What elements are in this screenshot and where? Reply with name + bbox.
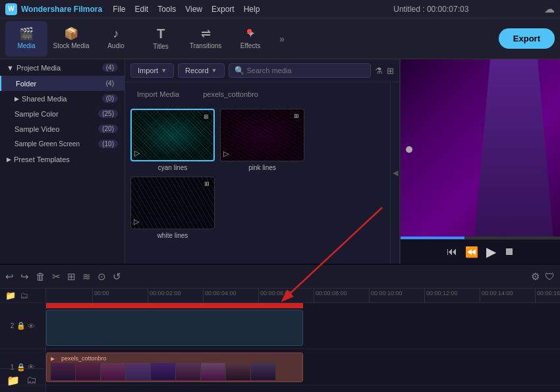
cut-button[interactable]: ✂: [52, 271, 61, 283]
folder-label: Folder: [16, 80, 102, 88]
menu-tools[interactable]: Tools: [157, 5, 176, 14]
track-row-2[interactable]: [46, 303, 560, 349]
media-label: Media: [17, 42, 35, 49]
tool-media[interactable]: 🎬 Media: [5, 21, 47, 57]
add-media-icon[interactable]: 📁: [5, 291, 16, 300]
sidebar-sample-color[interactable]: Sample Color (25): [0, 106, 125, 121]
collapse-panel-button[interactable]: ◀: [390, 82, 399, 264]
thumb-white-corner-icon: ⊞: [202, 180, 211, 188]
timeline-toolbar: ↩ ↪ 🗑 ✂ ⊞ ≋ ⊙ ↺ ⚙ 🛡: [0, 265, 560, 289]
cloud-icon: ☁: [544, 3, 555, 15]
tool-stock-media[interactable]: 📦 Stock Media: [50, 21, 92, 57]
frame-back-button[interactable]: ⏪: [465, 246, 478, 258]
titles-icon: T: [157, 27, 165, 40]
import-button[interactable]: Import ▼: [130, 63, 174, 78]
transitions-icon: ⇌: [201, 28, 211, 40]
ruler-marks: 00:00 00:00:02:00 00:00:04:00 00:00:06:0…: [92, 289, 560, 302]
undo-button[interactable]: ↩: [5, 271, 14, 283]
tool-transitions[interactable]: ⇌ Transitions: [184, 21, 227, 57]
search-input[interactable]: [247, 67, 366, 74]
search-box: 🔍: [229, 63, 372, 78]
export-button[interactable]: Export: [499, 28, 555, 49]
source-import-media[interactable]: Import Media: [130, 88, 186, 101]
media-sources: Import Media pexels_cottonbro: [130, 88, 385, 103]
tool-titles[interactable]: T Titles: [140, 21, 182, 57]
menu-view[interactable]: View: [185, 5, 202, 14]
sidebar-sample-green-screen[interactable]: Sample Green Screen (10): [0, 136, 125, 152]
thumb-pink-label: pink lines: [220, 164, 304, 171]
tool-audio[interactable]: ♪ Audio: [95, 21, 137, 57]
thumb-pink-img: ⊞ ▷: [220, 109, 304, 161]
sidebar-sample-color-count: (25): [98, 109, 118, 118]
settings-button[interactable]: ⚙: [531, 271, 540, 283]
split-button[interactable]: ⊞: [67, 271, 76, 283]
ruler-mark-5: 00:00:10:00: [369, 289, 424, 302]
thumb-white-lines[interactable]: ⊞ ▷ white lines: [130, 177, 215, 239]
menu-file[interactable]: File: [113, 5, 125, 14]
track-2-eye-icon[interactable]: 👁: [28, 322, 35, 330]
more-tools-button[interactable]: »: [274, 21, 290, 57]
menu-export[interactable]: Export: [211, 5, 235, 14]
sidebar-shared-media[interactable]: ▶ Shared Media (0): [0, 91, 125, 106]
video-clip-1[interactable]: ▶ pexels_cottonbro: [46, 352, 303, 382]
preview-progress-bar: [401, 237, 560, 239]
menu-edit[interactable]: Edit: [134, 5, 148, 14]
shield-button[interactable]: 🛡: [545, 271, 555, 282]
import-label: Import: [138, 67, 158, 74]
sidebar-sample-video[interactable]: Sample Video (20): [0, 121, 125, 136]
menu-items: File Edit Tools View Export Help: [113, 5, 318, 14]
track-row-1[interactable]: ▶ pexels_cottonbro: [46, 349, 560, 385]
source-pexels[interactable]: pexels_cottonbro: [196, 88, 265, 101]
media-content: Import Media pexels_cottonbro ⊞ ▷ cyan l…: [125, 82, 399, 264]
redo-button[interactable]: ↪: [20, 271, 29, 283]
video-clip-2[interactable]: [46, 310, 303, 346]
stock-icon: 📦: [64, 28, 78, 40]
sidebar-folder[interactable]: Folder (4): [0, 76, 125, 91]
audio-label: Audio: [107, 42, 125, 49]
record-button[interactable]: Record ▼: [178, 63, 224, 78]
ruler-mark-7: 00:00:14:00: [480, 289, 535, 302]
media-icon: 🎬: [19, 28, 34, 40]
audio-adjust-button[interactable]: ≋: [82, 271, 91, 283]
thumb-pink-corner-icon: ⊞: [292, 112, 301, 120]
toolbar: 🎬 Media 📦 Stock Media ♪ Audio T Titles ⇌…: [0, 18, 560, 59]
filter-icon[interactable]: ⚗: [375, 66, 383, 76]
clip-thumb-5: [151, 363, 176, 380]
menu-bar: W Wondershare Filmora File Edit Tools Vi…: [0, 0, 560, 18]
play-button[interactable]: ▶: [486, 244, 496, 260]
sidebar-project-media[interactable]: ▼ Project Media (4): [0, 59, 125, 76]
thumb-white-play-icon: ▷: [134, 217, 139, 226]
stop-button[interactable]: ⏹: [504, 246, 515, 258]
media-grid-area: Import Media pexels_cottonbro ⊞ ▷ cyan l…: [125, 82, 390, 264]
tl-right-icons: ⚙ 🛡: [531, 271, 555, 283]
clip-thumb-7: [201, 363, 226, 380]
thumb-white-label: white lines: [130, 232, 215, 239]
shared-arrow: ▶: [14, 96, 19, 102]
effects-label: Effects: [240, 42, 260, 49]
clip-thumb-4: [126, 363, 151, 380]
ruler-mark-4: 00:00:08:00: [314, 289, 369, 302]
clip-thumb-9: [251, 363, 276, 380]
skip-back-button[interactable]: ⏮: [447, 246, 457, 258]
sample-color-label: Sample Color: [14, 110, 98, 118]
preview-playhead: [406, 146, 412, 153]
delete-button[interactable]: 🗑: [36, 271, 45, 282]
add-folder-icon2[interactable]: 🗂: [20, 291, 28, 300]
thumb-cyan-lines[interactable]: ⊞ ▷ cyan lines: [130, 109, 215, 171]
thumb-pink-lines[interactable]: ⊞ ▷ pink lines: [220, 109, 304, 171]
ruler-mark-2: 00:00:04:00: [203, 289, 258, 302]
clip-thumb-8: [226, 363, 251, 380]
grid-view-icon[interactable]: ⊞: [387, 66, 394, 76]
audio-icon: ♪: [113, 28, 119, 40]
tool-effects[interactable]: ✦ Effects: [229, 21, 271, 57]
track-2-number: 2: [11, 322, 14, 329]
sidebar-preset-templates[interactable]: ▶ Preset Templates: [0, 152, 125, 167]
color-button[interactable]: ⊙: [98, 271, 106, 283]
clip-1-content: ▶ pexels_cottonbro: [47, 353, 302, 381]
track-2-lock-icon[interactable]: 🔒: [16, 322, 26, 330]
speed-button[interactable]: ↺: [113, 271, 121, 283]
thumb-cyan-img: ⊞ ▷: [130, 109, 215, 161]
import-chevron-icon: ▼: [161, 67, 167, 74]
preview-panel: ⏮ ⏪ ▶ ⏹: [400, 59, 560, 264]
menu-help[interactable]: Help: [244, 5, 260, 14]
